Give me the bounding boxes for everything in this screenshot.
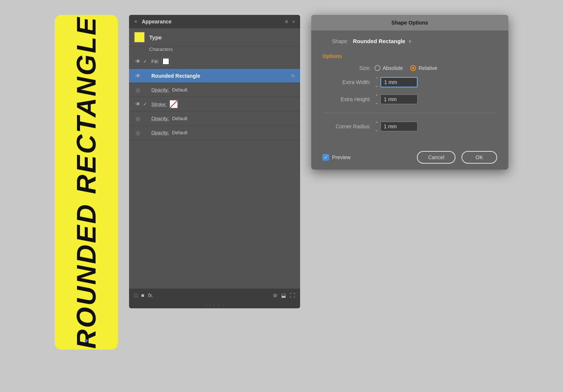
dialog-footer: ✓ Preview Cancel OK (311, 145, 508, 170)
divider (322, 113, 497, 113)
fill-label: Fill: (151, 59, 159, 64)
corner-radius-spinner: ⌃⌄ (374, 121, 418, 132)
visibility-eye-icon[interactable]: ◎ (134, 87, 142, 93)
absolute-label: Absolute (383, 65, 403, 71)
preview-checkbox[interactable]: ✓ Preview (322, 154, 351, 161)
extra-height-label: Extra Height: (322, 96, 371, 102)
blue-dot (85, 339, 88, 342)
dialog-titlebar: Shape Options (311, 15, 508, 30)
relative-label: Relative (418, 65, 437, 71)
stroke-swatch[interactable] (170, 100, 178, 108)
opacity3-row[interactable]: ◎ Opacity: Default (129, 126, 300, 140)
size-label: Size: (322, 65, 371, 71)
stroke-row[interactable]: 👁 ✓ Stroke: (129, 97, 300, 112)
spinner-icon: ⌃⌄ (374, 93, 379, 105)
row-content: Opacity: Default (151, 87, 295, 93)
visibility-eye-icon[interactable]: 👁 (134, 73, 142, 79)
panel-header: × Appearance ≡ « (129, 15, 300, 28)
shape-row: Shape: Rounded Rectangle ∨ (322, 38, 497, 44)
fill-row[interactable]: 👁 ✓ Fill: (129, 54, 300, 69)
clear-icon[interactable]: ⊘ (273, 292, 277, 298)
row-content: Opacity: Default (151, 130, 295, 135)
fx-button[interactable]: fx. (148, 292, 154, 298)
extra-height-input[interactable] (380, 94, 418, 104)
yellow-banner: ROUNDED RECTANGLE (55, 15, 118, 350)
stroke-slash (170, 100, 178, 108)
size-radio-group: Absolute Relative (374, 65, 437, 71)
check-icon: ✓ (142, 102, 148, 107)
preview-label: Preview (332, 154, 351, 160)
rounded-rect-row[interactable]: 👁 Rounded Rectangle fx (129, 69, 300, 83)
cancel-button[interactable]: Cancel (417, 151, 456, 164)
fill-swatch[interactable] (162, 57, 170, 65)
extra-width-label: Extra Width: (322, 79, 371, 85)
duplicate-icon[interactable]: ■ (141, 292, 144, 298)
extra-height-row: Extra Height: ⌃⌄ (322, 93, 497, 105)
opacity-label: Opacity: (151, 130, 169, 135)
fx-icon: fx (291, 73, 295, 78)
options-section-label: Options (322, 53, 497, 59)
opacity-label: Opacity: (151, 87, 169, 93)
delete-icon[interactable]: ⛶ (290, 292, 295, 298)
checkbox-icon: ✓ (322, 154, 329, 161)
shape-dropdown-value: Rounded Rectangle (353, 38, 405, 44)
move-icon[interactable]: ⬓ (281, 292, 286, 298)
panel-header-left: × Appearance (134, 19, 171, 25)
type-color-swatch (134, 32, 145, 42)
panel-title: Appearance (142, 19, 171, 25)
dialog-body: Shape: Rounded Rectangle ∨ Options Size:… (311, 30, 508, 145)
extra-height-spinner: ⌃⌄ (374, 93, 418, 105)
extra-width-input[interactable] (380, 77, 418, 87)
corner-radius-row: Corner Radius: ⌃⌄ (322, 121, 497, 132)
panel-collapse-icon[interactable]: « (292, 19, 295, 24)
opacity1-row[interactable]: ◎ Opacity: Default (129, 83, 300, 97)
check-icon: ✓ (142, 59, 148, 64)
resize-handle[interactable]: ⋮⋮⋮⋮⋮ (129, 302, 300, 308)
visibility-eye-icon[interactable]: 👁 (134, 101, 142, 107)
appearance-panel: × Appearance ≡ « Type Characters 👁 ✓ Fil… (129, 15, 300, 308)
rounded-rect-label: Rounded Rectangle (151, 73, 200, 79)
close-icon[interactable]: × (134, 19, 137, 25)
row-content: Rounded Rectangle (151, 73, 291, 79)
new-item-icon[interactable]: □ (134, 292, 137, 298)
panel-menu-icon[interactable]: ≡ (285, 19, 288, 25)
corner-radius-input[interactable] (380, 122, 418, 131)
extra-width-row: Extra Width: ⌃⌄ (322, 76, 497, 88)
visibility-eye-icon[interactable]: ◎ (134, 116, 142, 122)
shape-options-dialog: Shape Options Shape: Rounded Rectangle ∨… (311, 15, 508, 170)
shape-label: Shape: (322, 38, 348, 44)
spinner-icon: ⌃⌄ (374, 121, 379, 132)
row-content: Stroke: (151, 100, 295, 108)
corner-radius-label: Corner Radius: (322, 123, 371, 129)
absolute-radio-circle (374, 65, 380, 71)
extra-width-spinner: ⌃⌄ (374, 76, 418, 88)
fill-swatch-inner (162, 58, 170, 65)
opacity-value: Default (172, 130, 187, 135)
opacity-value: Default (172, 116, 187, 121)
dialog-title: Shape Options (392, 20, 428, 26)
opacity2-row[interactable]: ◎ Opacity: Default (129, 112, 300, 126)
row-content: Fill: (151, 57, 295, 65)
banner-text: ROUNDED RECTANGLE (73, 16, 100, 349)
stroke-label: Stroke: (151, 102, 167, 107)
relative-radio-circle (410, 65, 416, 71)
visibility-eye-icon[interactable]: ◎ (134, 130, 142, 136)
type-label: Type (149, 34, 162, 41)
row-content: Opacity: Default (151, 116, 295, 121)
relative-radio[interactable]: Relative (410, 65, 437, 71)
ok-button[interactable]: OK (461, 151, 497, 164)
opacity-label: Opacity: (151, 116, 169, 121)
visibility-eye-icon[interactable]: 👁 (134, 58, 142, 64)
size-row: Size: Absolute Relative (322, 65, 497, 71)
panel-footer: □ ■ fx. ⊘ ⬓ ⛶ (129, 289, 300, 302)
characters-label: Characters (129, 46, 300, 54)
chevron-down-icon: ∨ (408, 39, 412, 44)
type-row: Type (129, 28, 300, 46)
spinner-icon: ⌃⌄ (374, 76, 379, 88)
absolute-radio[interactable]: Absolute (374, 65, 403, 71)
shape-dropdown[interactable]: Rounded Rectangle ∨ (353, 38, 412, 44)
opacity-value: Default (172, 87, 187, 93)
